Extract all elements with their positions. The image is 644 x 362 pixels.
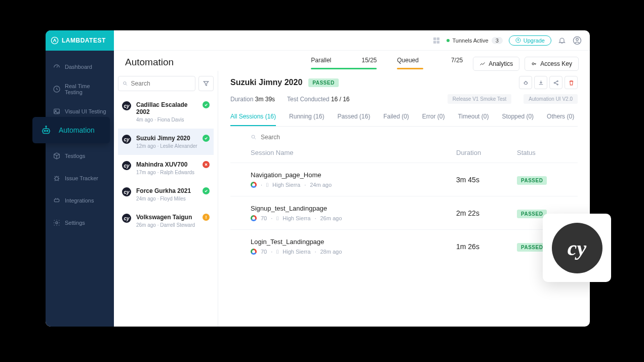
session-row[interactable]: Login_Test_Landingpage 70·  High Sierra… xyxy=(230,229,578,263)
main-content: Tunnels Active 3 Upgrade Automation Para… xyxy=(114,30,590,327)
session-row[interactable]: Navigation_page_Home ·  High Sierra·24m… xyxy=(230,163,578,196)
share-button[interactable] xyxy=(549,76,562,89)
build-name: Force Gurkha 2021 xyxy=(136,187,197,194)
push-bug-button[interactable] xyxy=(519,76,532,89)
header-actions: Analytics Access Key xyxy=(473,57,579,71)
session-table-search[interactable] xyxy=(230,134,578,141)
session-tabs: All Sessions (16)Running (16)Passed (16)… xyxy=(230,113,578,127)
session-row-duration: 2m 22s xyxy=(456,209,517,217)
build-meta: 26m ago · Darrell Steward xyxy=(136,222,197,228)
build-status-icon: ! xyxy=(203,214,210,221)
session-tab[interactable]: Running (16) xyxy=(289,113,324,126)
build-status-icon xyxy=(203,101,210,108)
sidebar-item-integrations[interactable]: Integrations xyxy=(46,189,114,212)
chrome-icon xyxy=(251,249,257,255)
build-search[interactable] xyxy=(118,76,195,91)
session-row-meta: 70·  High Sierra·26m ago xyxy=(251,215,456,221)
notifications-button[interactable] xyxy=(557,36,567,45)
build-item[interactable]: cy Mahindra XUV700 17m ago · Ralph Edwar… xyxy=(118,155,214,181)
conducted-value: 16 / 16 xyxy=(331,96,350,103)
sidebar: LAMBDATEST Dashboard Real Time Testing V… xyxy=(46,30,114,327)
build-item[interactable]: cy Force Gurkha 2021 24m ago · Floyd Mil… xyxy=(118,181,214,208)
session-row[interactable]: Signup_test_Landingpage 70·  High Sierr… xyxy=(230,196,578,229)
search-icon xyxy=(123,81,128,87)
build-status-icon xyxy=(203,161,210,168)
svg-point-8 xyxy=(55,177,59,180)
build-item[interactable]: cy Suzuki Jimny 2020 12m ago · Leslie Al… xyxy=(118,129,214,155)
build-search-input[interactable] xyxy=(131,80,191,87)
tunnels-status: Tunnels Active 3 xyxy=(447,37,503,44)
bug-icon xyxy=(522,79,529,86)
brand-text: LAMBDATEST xyxy=(62,37,106,44)
sidebar-item-dashboard[interactable]: Dashboard xyxy=(46,56,114,78)
svg-rect-12 xyxy=(436,37,439,40)
session-row-name: Login_Test_Landingpage xyxy=(251,238,456,246)
svg-point-28 xyxy=(46,126,47,127)
profile-button[interactable] xyxy=(573,36,582,45)
counter-parallel: Parallel 15/25 xyxy=(311,57,377,69)
sidebar-item-label: Integrations xyxy=(65,197,94,204)
brand-header[interactable]: LAMBDATEST xyxy=(46,30,114,51)
tunnels-count-badge: 3 xyxy=(492,37,503,44)
session-row-duration: 1m 26s xyxy=(456,243,517,251)
session-tab[interactable]: Error (0) xyxy=(422,113,445,126)
sidebar-item-issuetracker[interactable]: Issue Tracker xyxy=(46,167,114,189)
apple-icon:  xyxy=(276,249,278,255)
build-meta: 12m ago · Leslie Alexander xyxy=(136,143,197,149)
session-search-input[interactable] xyxy=(261,134,337,141)
svg-point-22 xyxy=(557,81,558,82)
build-name: Suzuki Jimny 2020 xyxy=(136,135,197,142)
chart-icon xyxy=(479,61,486,67)
session-tag: Automation UI V2.0 xyxy=(524,94,578,104)
session-tab[interactable]: Timeout (0) xyxy=(458,113,489,126)
chrome-icon xyxy=(251,182,257,188)
build-status-icon xyxy=(203,135,210,142)
session-row-name: Navigation_page_Home xyxy=(251,171,456,179)
session-table-header: Session Name Duration Status xyxy=(230,141,578,163)
session-title: Suzuki Jimny 2020 xyxy=(230,78,302,87)
counter-label: Queued xyxy=(397,57,419,64)
sidebar-item-label: Settings xyxy=(65,220,85,226)
apple-icon:  xyxy=(266,182,268,188)
session-row-duration: 3m 45s xyxy=(456,176,517,184)
build-item[interactable]: cy Cadillac Escalade 2002 4m ago · Fiona… xyxy=(118,95,214,129)
delete-button[interactable] xyxy=(565,76,578,89)
session-tab[interactable]: Others (0) xyxy=(547,113,574,126)
session-tab[interactable]: Failed (0) xyxy=(383,113,409,126)
session-tab[interactable]: Stopped (0) xyxy=(502,113,534,126)
upgrade-button[interactable]: Upgrade xyxy=(509,35,551,46)
session-row-status: PASSED xyxy=(517,210,547,218)
build-status-icon xyxy=(203,187,210,194)
svg-point-20 xyxy=(524,82,527,84)
session-tag: Release V1 Smoke Test xyxy=(448,94,512,104)
cypress-icon: cy xyxy=(552,223,602,273)
access-key-button[interactable]: Access Key xyxy=(525,57,579,71)
share-icon xyxy=(553,79,559,86)
counters: Parallel 15/25 Queued 7/25 xyxy=(311,57,463,69)
grid-icon[interactable] xyxy=(432,36,440,45)
svg-rect-25 xyxy=(43,129,50,133)
arrow-up-circle-icon xyxy=(515,37,521,43)
counter-value: 7/25 xyxy=(451,57,463,64)
svg-rect-14 xyxy=(436,41,439,43)
col-duration-header: Duration xyxy=(456,149,517,156)
sidebar-item-realtimetesting[interactable]: Real Time Testing xyxy=(46,78,114,100)
download-button[interactable] xyxy=(534,76,547,89)
svg-point-17 xyxy=(576,38,579,41)
sidebar-flyout-automation[interactable]: Automation xyxy=(32,117,110,143)
build-item[interactable]: cy Volkswagen Taigun 26m ago · Darrell S… xyxy=(118,208,214,234)
filter-button[interactable] xyxy=(198,76,214,91)
upgrade-label: Upgrade xyxy=(524,37,545,44)
svg-rect-11 xyxy=(433,37,436,40)
sidebar-item-testlogs[interactable]: Testlogs xyxy=(46,145,114,167)
svg-point-18 xyxy=(532,63,534,65)
session-detail-panel: Suzuki Jimny 2020 PASSED xyxy=(218,71,590,327)
svg-point-19 xyxy=(124,82,126,84)
analytics-button[interactable]: Analytics xyxy=(473,57,519,71)
session-tab[interactable]: All Sessions (16) xyxy=(230,113,276,126)
sidebar-item-settings[interactable]: Settings xyxy=(46,212,114,234)
session-tab[interactable]: Passed (16) xyxy=(337,113,370,126)
svg-point-26 xyxy=(45,130,46,131)
sidebar-item-label: Dashboard xyxy=(65,64,92,70)
cypress-icon: cy xyxy=(122,214,131,223)
